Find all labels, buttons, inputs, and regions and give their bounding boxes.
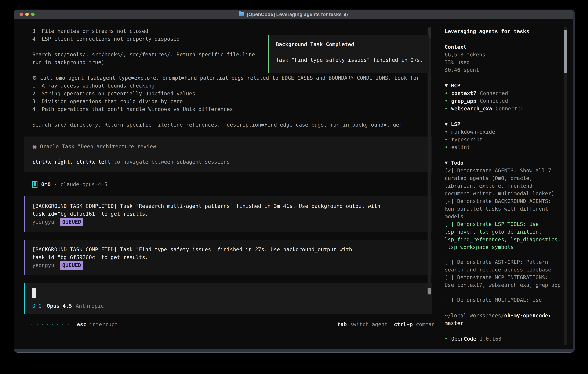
todo-line: models <box>445 213 573 220</box>
lsp-item: •eslint <box>445 143 573 151</box>
lsp-item: •typescript <box>445 136 573 143</box>
ctrlp-key-hint: ctrl+p <box>394 321 413 328</box>
input-model-provider: Anthropic <box>76 302 104 310</box>
titlebar: [OpenCode] Leveraging agents for tasks ◐ <box>14 10 573 19</box>
mcp-section: ▼MCP •context7Connected •grep_appConnect… <box>445 82 573 112</box>
context-spent: $0.46 spent <box>445 66 573 74</box>
spinner-dots-icon: ········ <box>30 321 72 328</box>
queued-status-badge: QUEUED <box>60 218 83 226</box>
mcp-item: •context7Connected <box>445 89 573 97</box>
agent-model: · claude-opus-4-5 <box>54 180 107 188</box>
tool-call-item: 2. String operations on potentially unde… <box>32 90 435 97</box>
agent-name: OmO <box>41 180 51 188</box>
mcp-item: •grep_appConnected <box>445 97 573 105</box>
bullet-icon: • <box>445 136 448 143</box>
queued-status-badge: QUEUED <box>60 261 83 270</box>
bullet-icon: • <box>445 89 448 97</box>
background-task-message: [BACKGROUND TASK COMPLETED] Task "Find t… <box>24 240 432 275</box>
context-header: Context <box>445 43 573 51</box>
input-agent-name: OmO <box>32 302 42 310</box>
window-title-area: [OpenCode] Leveraging agents for tasks ◐ <box>14 10 573 19</box>
todo-section-header[interactable]: ▼Todo <box>445 159 573 166</box>
todo-line: [ ] Demonstrate MULTIMODAL: Use <box>445 296 573 304</box>
background-task-notification: Background Task Completed Task "Find typ… <box>268 35 430 73</box>
lsp-item: •markdown-oxide <box>445 128 573 136</box>
session-sidebar: Leveraging agents for tasks Context 66,5… <box>435 19 573 349</box>
session-title: Leveraging agents for tasks <box>445 28 573 35</box>
hint-text: to navigate between subagent sessions <box>111 159 230 165</box>
todo-line: curated agents (OmO, oracle, <box>445 174 573 182</box>
todo-line-active: lsp_workspace_symbols <box>445 243 573 251</box>
main-scrollbar-thumb[interactable] <box>428 288 430 294</box>
folder-icon <box>239 12 244 16</box>
scrollback-line: 3. File handles or streams not closed <box>32 27 435 35</box>
todo-line: [✓] Demonstrate AGENTS: Show all 7 <box>445 166 573 174</box>
task-message-line: task_id="bg_6f59260c" to get results. <box>32 253 432 261</box>
opencode-window: [OpenCode] Leveraging agents for tasks ◐… <box>14 10 575 353</box>
window-bottom-edge <box>14 349 573 353</box>
mcp-section-header[interactable]: ▼MCP <box>445 82 573 89</box>
lsp-section-header[interactable]: ▼LSP <box>445 120 573 128</box>
bullet-icon: • <box>445 128 448 136</box>
notification-title: Background Task Completed <box>276 41 429 48</box>
workspace-branch: master <box>445 319 573 327</box>
bullet-icon: • <box>445 97 448 105</box>
hint-keys: ctrl+x right, ctrl+x left <box>32 159 111 165</box>
esc-key-label: interrupt <box>89 321 118 328</box>
sidebar-scrollbar[interactable] <box>564 27 567 345</box>
notification-body: Task "Find type safety issues" finished … <box>276 56 429 64</box>
todo-line: search and replace across codebase <box>445 266 573 273</box>
task-message-line: task_id="bg_dcfac161" to get results. <box>32 210 432 218</box>
workspace-section: ~/local-workspaces/oh-my-opencode: maste… <box>445 312 573 327</box>
agent-session-header: OmO · claude-opus-4-5 <box>32 180 435 188</box>
input-model-info: OmO Opus 4.5 Anthropic <box>32 302 104 310</box>
tab-key-label: switch agent <box>350 321 388 328</box>
todo-line: Use context7, websearch_exa, grep_app <box>445 281 573 289</box>
oracle-task-label: ◉ Oracle Task "Deep architecture review" <box>32 143 432 150</box>
esc-key-hint: esc <box>77 321 86 328</box>
todo-section: ▼Todo [✓] Demonstrate AGENTS: Show all 7… <box>445 159 573 304</box>
input-model-name: Opus 4.5 <box>47 302 72 310</box>
oracle-navigation-hint: ctrl+x right, ctrl+x left to navigate be… <box>32 158 432 166</box>
task-message-line: [BACKGROUND TASK COMPLETED] Task "Resear… <box>32 202 432 210</box>
bullet-icon: • <box>445 335 448 343</box>
chevron-down-icon: ▼ <box>445 159 448 166</box>
background-task-message: [BACKGROUND TASK COMPLETED] Task "Resear… <box>24 197 432 232</box>
todo-line: [ ] Demonstrate AST-GREP: Pattern <box>445 258 573 266</box>
sidebar-scrollbar-thumb[interactable] <box>564 30 567 73</box>
terminal-main-pane[interactable]: Background Task Completed Task "Find typ… <box>14 19 435 349</box>
chevron-down-icon: ▼ <box>445 82 448 89</box>
tool-call-item: 4. Path operations that don't handle Win… <box>32 105 435 113</box>
opencode-version: •OpenCode 1.0.163 <box>445 335 573 343</box>
context-section: Context 66,518 tokens 33% used $0.46 spe… <box>445 43 573 74</box>
agent-marker-icon <box>32 181 37 188</box>
tab-key-hint: tab <box>337 321 347 328</box>
todo-line: librarian, explore, frontend, <box>445 182 573 190</box>
todo-line: Run parallel tasks with different <box>445 205 573 213</box>
todo-line: [✓] Demonstrate BACKGROUND AGENTS: <box>445 197 573 205</box>
context-tokens: 66,518 tokens <box>445 51 573 58</box>
ctrlp-key-label: commands <box>416 321 435 328</box>
text-cursor <box>32 288 36 298</box>
gear-icon: ⚙ <box>32 75 37 81</box>
todo-line: [ ] Demonstrate MCP INTEGRATIONS: <box>445 273 573 281</box>
tool-call-item: 1. Array access without bounds checking <box>32 82 435 90</box>
status-bar: ········ esc interrupt tab switch agent … <box>30 321 435 328</box>
bullet-icon: • <box>445 105 448 112</box>
todo-line-active: lsp_hover, lsp_goto_definition, <box>445 228 573 236</box>
task-user: yeongyu <box>32 219 54 225</box>
todo-line: document-writer, multimodal-looker) <box>445 190 573 197</box>
prompt-input[interactable]: OmO Opus 4.5 Anthropic <box>24 283 432 314</box>
workspace-path: ~/local-workspaces/oh-my-opencode: <box>445 312 573 319</box>
activity-indicator-icon: ◐ <box>344 11 348 17</box>
bullet-icon: • <box>445 143 448 151</box>
tool-call-footer: Search src/ directory. Return specific f… <box>32 121 435 129</box>
todo-line-active: [ ] Demonstrate LSP TOOLS: Use <box>445 220 573 228</box>
oracle-task-box: ◉ Oracle Task "Deep architecture review"… <box>24 136 432 172</box>
fisheye-icon: ◉ <box>32 144 37 149</box>
task-user: yeongyu <box>32 262 54 268</box>
tool-call-item: 3. Division operations that could divide… <box>32 97 435 105</box>
context-used: 33% used <box>445 58 573 66</box>
lsp-section: ▼LSP •markdown-oxide •typescript •eslint <box>445 120 573 151</box>
todo-line-active: lsp_find_references, lsp_diagnostics, <box>445 236 573 243</box>
